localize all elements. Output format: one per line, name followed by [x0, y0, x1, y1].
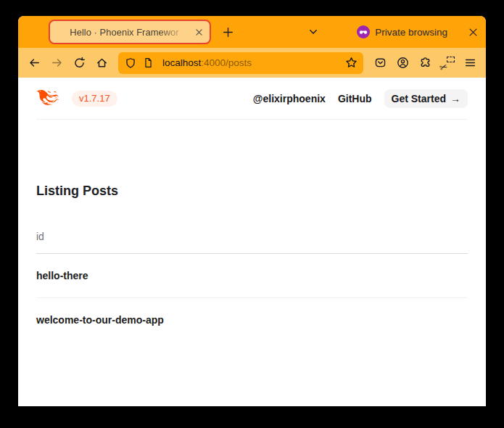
- nav-toolbar: localhost:4000/posts ✂: [18, 48, 486, 78]
- private-browsing-indicator: Private browsing: [357, 25, 447, 38]
- pocket-icon: [374, 57, 387, 69]
- tracking-protection-button[interactable]: [121, 54, 139, 73]
- column-header-id: id: [36, 231, 468, 254]
- back-button[interactable]: [24, 53, 44, 73]
- titlebar: Hello · Phoenix Framewor Private browsin…: [18, 16, 486, 48]
- home-button[interactable]: [91, 53, 112, 73]
- phoenix-logo-icon: [36, 90, 62, 107]
- close-icon: [468, 27, 479, 38]
- pocket-button[interactable]: [370, 53, 390, 73]
- shield-icon: [125, 57, 136, 69]
- close-icon: [194, 28, 204, 37]
- dashed-selection-icon: [447, 57, 455, 62]
- scissors-screenshot-icon: ✂: [440, 57, 455, 69]
- star-icon: [345, 57, 358, 69]
- brand: v1.7.17: [36, 90, 117, 107]
- chevron-down-icon: [307, 26, 319, 38]
- table-row[interactable]: welcome-to-our-demo-app: [36, 297, 468, 342]
- twitter-link[interactable]: @elixirphoenix: [253, 93, 326, 104]
- account-icon: [397, 57, 409, 69]
- private-browsing-label: Private browsing: [375, 27, 447, 38]
- reload-icon: [73, 57, 86, 69]
- page-icon: [143, 57, 154, 68]
- active-tab[interactable]: Hello · Phoenix Framewor: [49, 20, 211, 44]
- posts-table: id hello-there welcome-to-our-demo-app: [36, 231, 468, 342]
- hamburger-icon: [464, 57, 476, 69]
- url-input[interactable]: localhost:4000/posts: [157, 57, 342, 68]
- puzzle-icon: [419, 57, 431, 69]
- menu-button[interactable]: [460, 53, 480, 73]
- phoenix-logo-link[interactable]: [36, 90, 62, 107]
- extensions-button[interactable]: [415, 53, 435, 73]
- screenshot-extension-button[interactable]: ✂: [437, 53, 458, 73]
- url-path: :4000/posts: [201, 57, 252, 68]
- forward-button[interactable]: [46, 53, 67, 73]
- account-button[interactable]: [392, 53, 413, 73]
- url-bar[interactable]: localhost:4000/posts: [118, 52, 363, 74]
- browser-window: Hello · Phoenix Framewor Private browsin…: [18, 16, 486, 406]
- github-link[interactable]: GitHub: [338, 93, 372, 104]
- tab-close-button[interactable]: [191, 25, 206, 39]
- scissors-icon: ✂: [438, 62, 448, 73]
- url-host: localhost: [162, 57, 201, 68]
- page-title: Listing Posts: [36, 181, 468, 200]
- arrow-right-icon: →: [450, 93, 460, 104]
- get-started-button[interactable]: Get Started →: [384, 89, 468, 108]
- bookmark-button[interactable]: [342, 54, 360, 73]
- list-all-tabs-button[interactable]: [303, 22, 323, 42]
- reload-button[interactable]: [69, 53, 89, 73]
- site-nav: @elixirphoenix GitHub Get Started →: [253, 89, 468, 108]
- get-started-label: Get Started: [392, 93, 446, 104]
- version-badge: v1.7.17: [72, 91, 117, 107]
- site-header: v1.7.17 @elixirphoenix GitHub Get Starte…: [36, 78, 468, 120]
- page-content: v1.7.17 @elixirphoenix GitHub Get Starte…: [18, 78, 486, 406]
- new-tab-button[interactable]: [218, 22, 238, 42]
- plus-icon: [222, 26, 234, 38]
- tab-title: Hello · Phoenix Framewor: [57, 27, 191, 38]
- window-close-button[interactable]: [463, 22, 483, 42]
- home-icon: [96, 57, 108, 69]
- site-info-button[interactable]: [139, 54, 157, 73]
- back-icon: [28, 57, 41, 69]
- table-row[interactable]: hello-there: [36, 254, 468, 297]
- forward-icon: [51, 57, 63, 69]
- private-mask-icon: [357, 25, 370, 38]
